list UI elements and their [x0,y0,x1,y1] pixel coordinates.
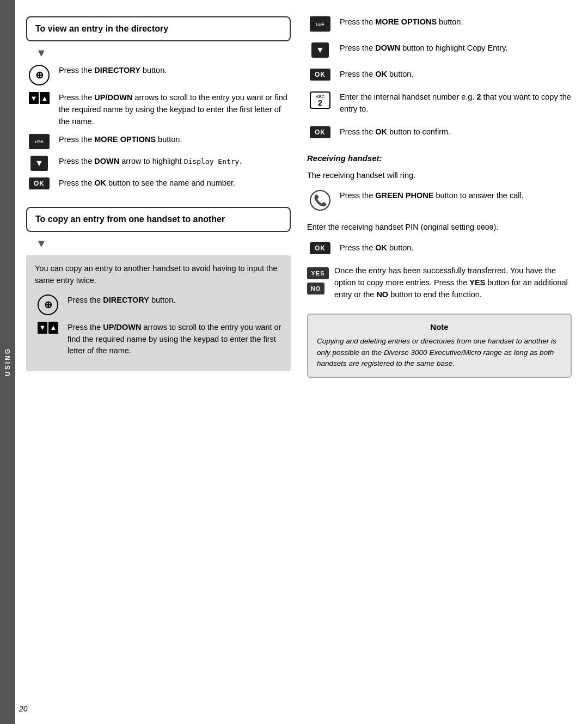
section2-box: To copy an entry from one handset to ano… [26,207,291,232]
up-arrow-icon: ▲ [48,322,58,334]
step-text: Press the UP/DOWN arrows to scroll to th… [68,322,282,357]
step-row: ▼ Press the DOWN button to highlight Cop… [307,42,572,58]
step-text: Press the DOWN button to highlight Copy … [340,42,507,54]
step-text: Press the OK button. [340,69,413,81]
receiving-heading: Receiving handset: [307,154,572,163]
step-row: OK Press the OK button. [307,69,572,81]
right-column: ›≡+ Press the MORE OPTIONS button. ▼ Pre… [307,16,572,708]
step-text: Press the OK button. [340,242,413,254]
step-text: Press the DIRECTORY button. [59,65,167,77]
step-text: Press the GREEN PHONE button to answer t… [340,190,524,202]
icon-cell: 📞 [307,190,333,211]
down-icon: ▼ [30,156,48,171]
step-text: Enter the internal handset number e.g. 2… [340,91,572,115]
step-row: ›≡+ Press the MORE OPTIONS button. [26,134,291,149]
sidebar-label: USING [4,347,11,376]
icon-cell: ▼ [307,42,333,58]
gray-intro-section: You can copy an entry to another handset… [26,255,291,371]
step-row: OK Press the OK button. [307,242,572,254]
step-text: Press the DOWN arrow to highlight Displa… [59,156,241,168]
page-number: 20 [19,704,28,713]
sidebar-bar: USING [0,0,15,724]
connector-arrow-1 [36,47,291,59]
section2-title: To copy an entry from one handset to ano… [35,214,281,224]
green-phone-icon: 📞 [310,190,330,211]
left-column: To view an entry in the directory ⊕ Pres… [26,16,291,708]
ok-icon: OK [310,69,330,81]
icon-cell: ›≡+ [26,134,52,149]
down-arrow-icon: ▼ [29,92,39,104]
down-arrow-icon: ▼ [38,322,47,334]
no-icon: NO [307,283,324,294]
more-options-icon: ›≡+ [29,134,50,149]
transfer-text: Once the entry has been successfully tra… [334,265,572,300]
step-text: Press the UP/DOWN arrows to scroll to th… [59,92,291,127]
section1-box: To view an entry in the directory [26,16,291,41]
icon-cell: ▼ ▲ [26,92,52,104]
icon-cell: OK [26,177,52,189]
step-row: ▼ ▲ Press the UP/DOWN arrows to scroll t… [26,92,291,127]
step-row: ▼ Press the DOWN arrow to highlight Disp… [26,156,291,171]
directory-icon: ⊕ [29,65,50,85]
icon-cell: OK [307,242,333,254]
updown-icon: ▼ ▲ [29,92,50,104]
step-row: OK Press the OK button to confirm. [307,126,572,138]
icon-cell: OK [307,126,333,138]
directory-icon: ⊕ [38,294,58,315]
intro-text: You can copy an entry to another handset… [35,263,282,287]
section1-title: To view an entry in the directory [35,24,281,34]
updown-icon: ▼ ▲ [38,322,58,334]
transfer-section: YES NO Once the entry has been successfu… [307,265,572,300]
step-row: ⊕ Press the DIRECTORY button. [26,65,291,85]
note-box: Note Copying and deleting entries or dir… [307,314,572,378]
abc2-icon: ABC 2 [310,91,330,109]
icon-cell: ABC 2 [307,91,333,109]
yes-no-icons: YES NO [307,265,329,294]
ok-icon: OK [310,126,330,138]
step-text: Press the MORE OPTIONS button. [340,16,463,28]
note-title: Note [317,322,562,332]
step-text: Press the OK button to see the name and … [59,177,235,189]
main-content: To view an entry in the directory ⊕ Pres… [15,0,588,724]
icon-cell: OK [307,69,333,81]
up-arrow-icon: ▲ [40,92,50,104]
receiving-text: The receiving handset will ring. [307,170,572,182]
step-row: ABC 2 Enter the internal handset number … [307,91,572,115]
step-text: Press the DIRECTORY button. [68,294,175,306]
more-options-icon: ›≡+ [310,16,330,32]
ok-icon: OK [310,242,330,254]
connector-arrow-2 [36,237,291,250]
step-text: Press the OK button to confirm. [340,126,450,138]
step-text: Press the MORE OPTIONS button. [59,134,182,146]
step-row: ›≡+ Press the MORE OPTIONS button. [307,16,572,32]
step-row: 📞 Press the GREEN PHONE button to answer… [307,190,572,211]
note-text: Copying and deleting entries or director… [317,336,562,369]
ok-icon: OK [29,177,50,189]
icon-cell: ⊕ [35,294,61,315]
icon-cell: ›≡+ [307,16,333,32]
pin-text: Enter the receiving handset PIN (origina… [307,222,572,234]
down-icon: ▼ [311,42,329,58]
icon-cell: ⊕ [26,65,52,85]
step-row: ⊕ Press the DIRECTORY button. [35,294,282,315]
step-row: ▼ ▲ Press the UP/DOWN arrows to scroll t… [35,322,282,357]
receiving-heading-text: Receiving handset: [307,154,382,163]
icon-cell: ▼ [26,156,52,171]
step-row: OK Press the OK button to see the name a… [26,177,291,189]
icon-cell: ▼ ▲ [35,322,61,334]
yes-icon: YES [307,267,329,279]
